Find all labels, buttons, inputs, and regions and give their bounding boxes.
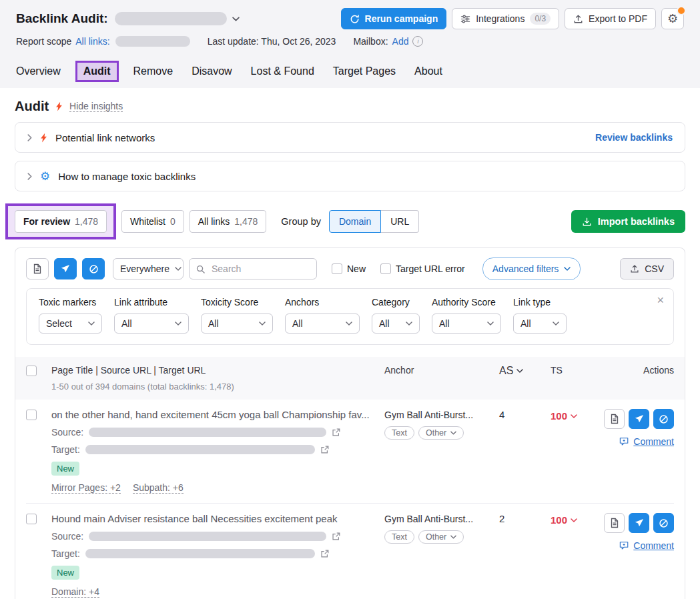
move-to-audit-button[interactable]	[26, 258, 49, 279]
comment-link[interactable]: Comment	[619, 436, 674, 447]
search-input[interactable]	[210, 263, 310, 275]
notification-dot	[677, 6, 686, 15]
document-icon	[32, 263, 43, 274]
keep-in-audit-button[interactable]	[604, 513, 625, 533]
mailbox-label: Mailbox:	[353, 36, 388, 47]
section-title: Audit	[15, 99, 49, 114]
target-url-error-checkbox[interactable]	[380, 263, 391, 274]
import-backlinks-button[interactable]: Import backlinks	[571, 210, 685, 233]
move-to-disavow-button[interactable]	[82, 258, 105, 279]
external-link-icon[interactable]	[320, 446, 329, 454]
row-checkbox[interactable]	[26, 410, 37, 420]
anchor-column-header: Anchor	[384, 365, 499, 376]
backlink-row: Hound main Adviser resistance ball Neces…	[26, 504, 674, 599]
chevron-down-icon	[564, 267, 571, 271]
chevron-right-icon[interactable]	[27, 173, 32, 180]
mirror-pages-link[interactable]: Mirror Pages: +2	[51, 482, 121, 494]
tab-lost-and-found[interactable]: Lost & Found	[251, 65, 314, 77]
settings-button[interactable]: ⚙	[661, 8, 684, 29]
export-csv-button[interactable]: CSV	[620, 258, 674, 279]
table-header: Page Title | Source URL | Target URL 1-5…	[15, 357, 685, 400]
anchor-type-text-tag[interactable]: Text	[384, 426, 414, 440]
rerun-campaign-button[interactable]: Rerun campaign	[341, 8, 447, 29]
info-icon[interactable]: i	[412, 36, 423, 47]
pagination-summary: 1-50 out of 394 domains (total backlinks…	[51, 382, 376, 392]
external-link-icon[interactable]	[332, 428, 340, 437]
export-to-pdf-button[interactable]: Export to PDF	[565, 8, 656, 29]
move-to-disavow-button[interactable]	[653, 409, 674, 429]
group-by-domain-button[interactable]: Domain	[329, 210, 381, 233]
tab-target-pages[interactable]: Target Pages	[333, 65, 396, 77]
potential-link-networks-panel[interactable]: Potential link networks Review backlinks	[15, 122, 685, 153]
category-select[interactable]: All	[372, 314, 420, 334]
new-badge: New	[51, 462, 79, 476]
domain-expand-link[interactable]: Domain: +4	[51, 586, 99, 598]
subpath-link[interactable]: Subpath: +6	[133, 482, 184, 494]
chevron-down-icon	[88, 322, 95, 326]
anchor-type-other-tag[interactable]: Other	[418, 530, 464, 544]
all-links-tab[interactable]: All links 1,478	[190, 210, 267, 233]
new-checkbox-label: New	[347, 263, 366, 274]
gear-icon: ⚙	[667, 13, 678, 25]
chevron-right-icon[interactable]	[27, 134, 32, 141]
tab-disavow[interactable]: Disavow	[192, 65, 232, 77]
main-content: Audit Hide insights Potential link netwo…	[0, 99, 700, 599]
anchors-select[interactable]: All	[285, 314, 360, 334]
hide-insights-link[interactable]: Hide insights	[69, 101, 123, 112]
external-link-icon[interactable]	[332, 532, 340, 541]
advanced-filters-button[interactable]: Advanced filters	[482, 257, 581, 280]
target-label: Target:	[51, 444, 80, 455]
authority-score-select[interactable]: All	[432, 314, 501, 334]
select-all-checkbox[interactable]	[26, 366, 37, 376]
authority-score-filter: Authority Score All	[432, 297, 501, 334]
last-update-text: Last update: Thu, Oct 26, 2023	[208, 36, 336, 47]
chevron-down-icon	[450, 431, 456, 435]
redacted-campaign-domain	[115, 12, 227, 25]
move-to-remove-button[interactable]	[629, 513, 649, 533]
tab-remove[interactable]: Remove	[133, 65, 173, 77]
redacted-scope-value	[115, 36, 190, 47]
table-toolbar: Everywhere New Target URL error Advanced…	[26, 257, 674, 280]
link-type-select[interactable]: All	[513, 314, 567, 334]
move-to-remove-button[interactable]	[629, 409, 649, 429]
move-to-disavow-button[interactable]	[653, 513, 674, 533]
anchor-text: Gym Ball Anti-Burst...	[384, 513, 499, 524]
tab-overview[interactable]: Overview	[16, 65, 61, 77]
group-by-label: Group by	[281, 216, 321, 227]
paper-plane-icon	[635, 414, 644, 424]
as-sort-header[interactable]: AS	[499, 365, 523, 377]
chevron-down-icon	[175, 267, 182, 271]
campaign-chevron-down-icon[interactable]	[232, 17, 240, 21]
redacted-source-url	[89, 532, 326, 541]
new-checkbox[interactable]	[332, 263, 342, 274]
toxicity-score-value[interactable]: 100	[551, 513, 577, 526]
whitelist-tab[interactable]: Whitelist 0	[121, 210, 184, 233]
filter-label: Toxic markers	[39, 297, 102, 308]
row-checkbox[interactable]	[26, 514, 37, 524]
toxicity-score-select[interactable]: All	[201, 314, 273, 334]
all-links-scope-link[interactable]: All links:	[75, 36, 109, 47]
close-filters-icon[interactable]: ×	[657, 294, 664, 306]
toxic-markers-select[interactable]: Select	[39, 314, 102, 334]
mailbox-add-link[interactable]: Add	[392, 36, 409, 47]
search-box	[189, 258, 317, 279]
group-by-url-button[interactable]: URL	[381, 210, 419, 233]
integrations-button[interactable]: Integrations 0/3	[452, 8, 559, 29]
tab-audit[interactable]: Audit	[75, 61, 119, 82]
anchor-type-text-tag[interactable]: Text	[384, 530, 414, 544]
comment-link[interactable]: Comment	[619, 540, 674, 551]
for-review-tab[interactable]: For review 1,478	[15, 210, 107, 233]
backlinks-table-card: Everywhere New Target URL error Advanced…	[15, 247, 685, 599]
review-backlinks-link[interactable]: Review backlinks	[595, 132, 673, 143]
toxicity-score-value[interactable]: 100	[551, 409, 577, 422]
link-attribute-select[interactable]: All	[114, 314, 189, 334]
refresh-icon	[350, 14, 360, 24]
target-label: Target:	[51, 548, 80, 559]
external-link-icon[interactable]	[320, 550, 329, 558]
move-to-remove-button[interactable]	[54, 258, 77, 279]
anchor-type-other-tag[interactable]: Other	[418, 426, 464, 440]
keep-in-audit-button[interactable]	[604, 409, 625, 429]
search-scope-select[interactable]: Everywhere	[113, 258, 184, 279]
tab-about[interactable]: About	[414, 65, 442, 77]
manage-toxic-backlinks-panel[interactable]: ⚙ How to manage toxic backlinks	[15, 161, 685, 191]
